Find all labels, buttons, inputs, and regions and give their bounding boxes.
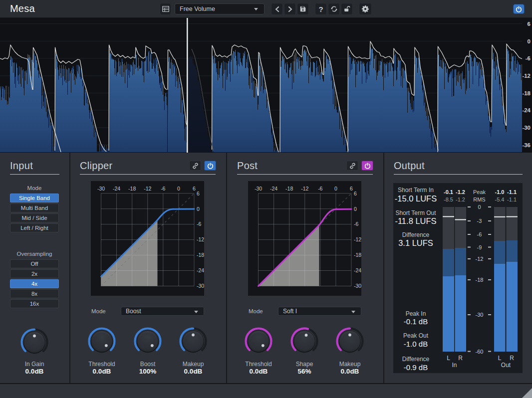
svg-text:6: 6 <box>197 191 200 197</box>
svg-text:-12: -12 <box>144 186 151 192</box>
svg-text:In: In <box>452 362 457 369</box>
svg-text:-18: -18 <box>285 186 293 192</box>
svg-text:-18: -18 <box>197 252 204 258</box>
svg-text:-24: -24 <box>354 267 361 273</box>
svg-text:L: L <box>498 355 502 362</box>
svg-text:-30: -30 <box>354 283 361 289</box>
svg-text:-60: -60 <box>476 349 484 355</box>
svg-text:-6: -6 <box>526 55 531 61</box>
svg-text:-12: -12 <box>197 236 204 242</box>
svg-text:-6: -6 <box>197 221 201 227</box>
svg-text:0: 0 <box>177 186 180 192</box>
svg-text:-24: -24 <box>113 186 120 192</box>
svg-text:-12: -12 <box>301 186 308 192</box>
svg-text:-24: -24 <box>270 186 277 192</box>
svg-text:-18: -18 <box>354 252 361 258</box>
svg-text:-12: -12 <box>476 256 484 262</box>
svg-text:-3: -3 <box>477 218 482 224</box>
svg-text:6: 6 <box>350 186 353 192</box>
svg-text:R: R <box>458 355 463 362</box>
svg-text:-30: -30 <box>522 125 531 131</box>
svg-text:-12: -12 <box>522 73 531 79</box>
svg-text:0: 0 <box>334 186 337 192</box>
svg-text:-6: -6 <box>354 221 358 227</box>
svg-text:-18: -18 <box>476 277 484 283</box>
svg-text:-6: -6 <box>161 186 165 192</box>
svg-text:0: 0 <box>354 206 357 212</box>
svg-text:-30: -30 <box>197 283 204 289</box>
svg-text:Out: Out <box>501 362 511 369</box>
svg-text:L: L <box>447 355 450 362</box>
svg-text:R: R <box>510 355 514 362</box>
svg-text:6: 6 <box>528 21 531 27</box>
svg-text:-18: -18 <box>128 186 136 192</box>
svg-text:0: 0 <box>478 204 481 210</box>
svg-text:-24: -24 <box>197 267 204 273</box>
svg-text:-30: -30 <box>255 186 262 192</box>
svg-text:-30: -30 <box>476 312 484 318</box>
svg-text:-12: -12 <box>354 236 361 242</box>
svg-text:-36: -36 <box>522 142 531 148</box>
svg-text:6: 6 <box>193 186 196 192</box>
svg-text:-6: -6 <box>477 231 482 237</box>
svg-text:-18: -18 <box>522 90 531 96</box>
svg-text:-24: -24 <box>522 107 531 113</box>
svg-text:-6: -6 <box>318 186 322 192</box>
svg-text:-30: -30 <box>97 186 105 192</box>
svg-text:-9: -9 <box>477 244 482 250</box>
svg-text:0: 0 <box>197 206 200 212</box>
svg-text:6: 6 <box>354 191 357 197</box>
svg-text:0: 0 <box>528 38 531 44</box>
